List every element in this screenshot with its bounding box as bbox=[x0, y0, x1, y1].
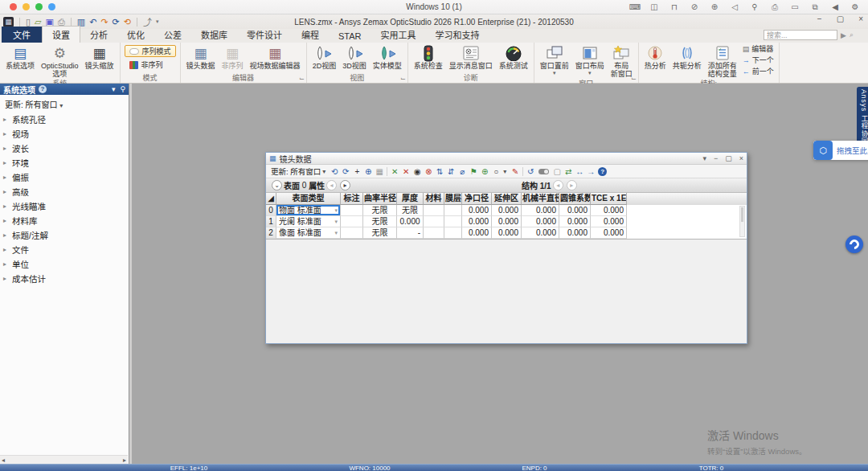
cell-surface-type[interactable]: 像面 标准面▾ bbox=[276, 227, 341, 239]
sidebar-update-control[interactable]: 更新: 所有窗口 ▾ bbox=[0, 95, 129, 112]
cell-chip-zone[interactable]: 0.000 bbox=[492, 227, 522, 239]
tab-analyze[interactable]: 分析 bbox=[80, 27, 117, 43]
header-material[interactable]: 材料 bbox=[424, 193, 444, 205]
tab-file[interactable]: 文件 bbox=[2, 27, 42, 43]
sidebar-item-ray-aiming[interactable]: ▸光线瞄准 bbox=[0, 199, 129, 213]
cell-mech-semi-dia[interactable]: 0.000 bbox=[522, 227, 559, 239]
window-maximize-icon[interactable]: ▢ bbox=[725, 154, 732, 162]
cell-chip-zone[interactable]: 0.000 bbox=[492, 216, 522, 227]
cell-conic[interactable]: 0.000 bbox=[559, 227, 591, 239]
cell-coating[interactable] bbox=[444, 227, 462, 239]
vignetting-icon[interactable]: ◉ bbox=[411, 167, 423, 176]
bend-surface-icon[interactable]: ↺ bbox=[525, 167, 536, 176]
help-icon[interactable]: ? bbox=[598, 167, 607, 176]
cell-conic[interactable]: 0.000 bbox=[559, 205, 591, 216]
tab-utilities[interactable]: 实用工具 bbox=[371, 27, 426, 43]
non-sequential-mode-button[interactable]: 非序列 bbox=[125, 59, 176, 71]
tab-programming[interactable]: 编程 bbox=[292, 27, 329, 43]
row-number[interactable]: 1 bbox=[266, 216, 276, 227]
delete-ray-icon[interactable]: ✕ bbox=[389, 167, 400, 176]
next-config-button[interactable]: ▸ bbox=[567, 180, 577, 190]
maximize-button[interactable]: ▢ bbox=[837, 14, 844, 23]
sidebar-item-wavelengths[interactable]: ▸波长 bbox=[0, 141, 129, 155]
cell-mech-semi-dia[interactable]: 0.000 bbox=[522, 205, 559, 216]
header-tce[interactable]: TCE x 1E-6 bbox=[591, 193, 627, 205]
cell-radius[interactable]: 无限 bbox=[363, 227, 397, 239]
scroll-left-icon[interactable]: ◂ bbox=[2, 457, 5, 464]
go-to-surface-icon[interactable]: → bbox=[585, 167, 596, 176]
sidebar-item-title-notes[interactable]: ▸标题/注解 bbox=[0, 227, 129, 242]
header-radius[interactable]: 曲率半径 bbox=[363, 193, 397, 205]
window-to-front-button[interactable]: 窗口置前 ▾ bbox=[537, 43, 572, 77]
cell-thickness[interactable]: - bbox=[397, 227, 424, 239]
upload-tooltip[interactable]: ⬡ 拖拽至此上传 bbox=[813, 141, 868, 160]
cell-thickness[interactable]: 0.000 bbox=[397, 216, 424, 227]
cell-mech-semi-dia[interactable]: 0.000 bbox=[522, 216, 559, 227]
sidebar-item-cost-estimator[interactable]: ▸成本估计 bbox=[0, 271, 129, 285]
cell-thickness[interactable]: 无限 bbox=[397, 205, 424, 216]
update-mode-control[interactable]: 更新: 所有窗口 bbox=[271, 166, 321, 177]
next-config-button[interactable]: → 下一个 bbox=[743, 55, 774, 65]
minimize-button[interactable]: − bbox=[817, 14, 822, 23]
update-icon[interactable]: ⟲ bbox=[329, 167, 340, 176]
field-data-editor-button[interactable]: ▦ 视场数据编辑器 bbox=[247, 43, 304, 71]
sidebar-hscrollbar[interactable]: ◂ ▸ bbox=[0, 455, 128, 464]
cell-comment[interactable] bbox=[341, 205, 363, 216]
cell-clear-semi-dia[interactable]: 0.000 bbox=[462, 205, 492, 216]
reverse-elements-icon[interactable]: ⇅ bbox=[434, 167, 445, 176]
cell-material[interactable] bbox=[424, 227, 444, 239]
global-coords-icon[interactable]: ⊕ bbox=[362, 167, 374, 176]
sidebar-item-fields[interactable]: ▸视场 bbox=[0, 126, 129, 141]
header-surface-type[interactable]: 表面类型 bbox=[276, 193, 341, 205]
sidebar-item-material-catalogs[interactable]: ▸材料库 bbox=[0, 213, 129, 227]
cell-surface-type[interactable]: 光阑 标准面▾ bbox=[276, 216, 341, 227]
tab-help[interactable]: 学习和支持 bbox=[426, 27, 489, 43]
search-go-icon[interactable]: ▶ bbox=[841, 31, 846, 39]
expand-properties-button[interactable]: ⌄ bbox=[272, 180, 282, 190]
config-editor-button[interactable]: ▤ 编辑器 bbox=[743, 43, 774, 54]
insert-surface-icon[interactable]: + bbox=[351, 167, 362, 176]
delete-ray-all-icon[interactable]: ✕ bbox=[400, 167, 411, 176]
keyboard-icon[interactable]: ⌨ bbox=[629, 2, 639, 12]
tab-part-designer[interactable]: 零件设计 bbox=[237, 27, 292, 43]
sound-icon[interactable]: ◁ bbox=[730, 2, 739, 12]
panel-dropdown-icon[interactable]: ▾ bbox=[112, 85, 116, 93]
aperture-wizard-icon[interactable]: ⌀ bbox=[457, 167, 468, 176]
header-coating[interactable]: 膜层 bbox=[444, 193, 462, 205]
table-vscrollbar[interactable] bbox=[739, 206, 745, 237]
edit-solve-icon[interactable]: ✎ bbox=[510, 167, 521, 176]
display-icon[interactable]: ◫ bbox=[649, 2, 659, 12]
lens-data-titlebar[interactable]: ▦ 镜头数据 ▾ − ▢ × bbox=[266, 153, 747, 165]
play-icon[interactable]: ◀ bbox=[830, 2, 840, 12]
system-test-button[interactable]: 系统测试 bbox=[496, 43, 531, 71]
cell-comment[interactable] bbox=[341, 216, 363, 227]
header-chip-zone[interactable]: 延伸区 bbox=[492, 193, 522, 205]
tab-libraries[interactable]: 数据库 bbox=[191, 27, 237, 43]
tab-setup[interactable]: 设置 bbox=[42, 26, 80, 43]
prev-surface-button[interactable]: ◂ bbox=[326, 180, 337, 190]
toggle-switch-icon[interactable] bbox=[538, 169, 549, 174]
usb-icon[interactable]: ⊓ bbox=[669, 2, 679, 12]
new-layout-window-button[interactable]: 布局 新窗口 bbox=[608, 43, 636, 79]
sidebar-item-advanced[interactable]: ▸高级 bbox=[0, 184, 129, 199]
cell-coating[interactable] bbox=[444, 205, 462, 216]
swap-surfaces-icon[interactable]: ⇵ bbox=[445, 167, 457, 176]
microphone-icon[interactable]: ⚲ bbox=[750, 2, 760, 12]
add-config-variables-button[interactable]: 添加所有 结构变量 bbox=[705, 43, 740, 79]
camera-icon[interactable]: ▭ bbox=[790, 2, 800, 12]
ansys-collab-tab[interactable]: Ansys 工程协同 bbox=[857, 87, 868, 148]
views-dialog-launcher-icon[interactable]: ⌙ bbox=[400, 75, 406, 82]
fit-width-icon[interactable]: ↔ bbox=[574, 167, 585, 176]
search-input[interactable] bbox=[764, 30, 837, 40]
printer-icon[interactable]: ⎙ bbox=[770, 2, 780, 12]
system-check-button[interactable]: 系统检查 bbox=[411, 43, 446, 71]
header-clear-semi-dia[interactable]: 净口径 bbox=[462, 193, 492, 205]
assistant-floating-button[interactable] bbox=[845, 236, 863, 253]
surface-image-icon[interactable]: ▦ bbox=[374, 167, 385, 176]
lens-data-button[interactable]: ▦ 镜头数据 bbox=[183, 43, 219, 71]
update-all-icon[interactable]: ⟳ bbox=[340, 167, 351, 176]
window-minimize-icon[interactable]: − bbox=[714, 154, 718, 162]
header-conic[interactable]: 圆锥系数 bbox=[559, 193, 591, 205]
global-optics-icon[interactable]: ⊕ bbox=[479, 167, 490, 176]
editors-dialog-launcher-icon[interactable]: ⌙ bbox=[299, 75, 305, 82]
